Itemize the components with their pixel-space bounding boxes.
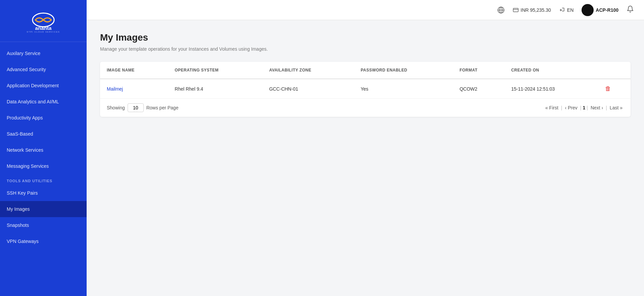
cell-created-on: 15-11-2024 12:51:03 bbox=[504, 79, 598, 98]
col-created-on: CREATED ON bbox=[504, 62, 598, 79]
sep-2: | bbox=[580, 105, 582, 110]
sidebar-item-network-services[interactable]: Network Services bbox=[0, 142, 87, 158]
next-page-button[interactable]: Next › bbox=[589, 104, 604, 111]
page-title: My Images bbox=[100, 32, 631, 43]
cell-password-enabled: Yes bbox=[354, 79, 453, 98]
cell-format: QCOW2 bbox=[453, 79, 505, 98]
sidebar-nav-section-1: Auxilary Service Advanced Security Appli… bbox=[0, 45, 87, 174]
page-content: My Images Manage your template operation… bbox=[87, 20, 644, 296]
user-profile[interactable]: ACP-R100 bbox=[582, 4, 618, 16]
sidebar-item-productivity-apps[interactable]: Productivity Apps bbox=[0, 110, 87, 126]
pagination-controls: « First | ‹ Prev | 1 | Next › | Last » bbox=[544, 104, 624, 111]
current-page: 1 bbox=[583, 105, 585, 110]
header: INR 95,235.30 EN ACP-R100 bbox=[87, 0, 644, 20]
tools-section-label: TOOLS AND UTILITIES bbox=[0, 174, 87, 185]
last-page-button[interactable]: Last » bbox=[608, 104, 624, 111]
first-page-button[interactable]: « First bbox=[544, 104, 560, 111]
rows-per-page-label: Rows per Page bbox=[146, 105, 179, 110]
rows-per-page-control: Showing Rows per Page bbox=[107, 103, 178, 112]
sidebar-logo: ananta STPI CLOUD SERVICES bbox=[0, 0, 87, 42]
sep-3: | bbox=[587, 105, 588, 110]
images-table-card: IMAGE NAME OPERATING SYSTEM AVAILABILITY… bbox=[100, 62, 631, 117]
svg-text:ananta: ananta bbox=[35, 25, 52, 31]
table-footer: Showing Rows per Page « First | ‹ Prev |… bbox=[100, 98, 631, 117]
globe-icon-button[interactable] bbox=[497, 6, 505, 14]
sep-1: | bbox=[561, 105, 562, 110]
sidebar-item-my-images[interactable]: My Images bbox=[0, 201, 87, 217]
sidebar-item-messaging-services[interactable]: Messaging Services bbox=[0, 158, 87, 174]
sidebar-item-advanced-security[interactable]: Advanced Security bbox=[0, 61, 87, 78]
svg-text:STPI CLOUD SERVICES: STPI CLOUD SERVICES bbox=[27, 31, 60, 33]
balance-display: INR 95,235.30 bbox=[513, 7, 551, 13]
table-row: Mailmej Rhel Rhel 9.4 GCC-CHN-01 Yes QCO… bbox=[100, 79, 631, 98]
delete-button[interactable]: 🗑 bbox=[605, 85, 611, 92]
sidebar-item-data-analytics[interactable]: Data Analytics and AI/ML bbox=[0, 94, 87, 110]
cell-actions: 🗑 bbox=[598, 79, 631, 98]
balance-value: INR 95,235.30 bbox=[521, 7, 551, 13]
col-availability-zone: AVAILABILITY ZONE bbox=[263, 62, 354, 79]
sidebar-item-auxiliary-service[interactable]: Auxilary Service bbox=[0, 45, 87, 61]
sidebar-section-tools: TOOLS AND UTILITIES SSH Key Pairs My Ima… bbox=[0, 174, 87, 249]
cell-availability-zone: GCC-CHN-01 bbox=[263, 79, 354, 98]
cell-operating-system: Rhel Rhel 9.4 bbox=[168, 79, 262, 98]
rows-per-page-input[interactable] bbox=[128, 103, 144, 112]
sidebar: ananta STPI CLOUD SERVICES Auxilary Serv… bbox=[0, 0, 87, 296]
language-selector[interactable]: EN bbox=[559, 7, 573, 13]
sidebar-item-saas-based[interactable]: SaaS-Based bbox=[0, 126, 87, 142]
cell-image-name: Mailmej bbox=[100, 79, 168, 98]
sidebar-item-snapshots[interactable]: Snapshots bbox=[0, 217, 87, 233]
svg-rect-6 bbox=[513, 8, 518, 12]
avatar bbox=[582, 4, 594, 16]
main-content: INR 95,235.30 EN ACP-R100 My Images Mana… bbox=[87, 0, 644, 296]
notification-bell[interactable] bbox=[627, 5, 634, 14]
showing-label: Showing bbox=[107, 105, 125, 110]
image-name-link[interactable]: Mailmej bbox=[107, 86, 123, 92]
language-label: EN bbox=[567, 7, 573, 13]
images-table: IMAGE NAME OPERATING SYSTEM AVAILABILITY… bbox=[100, 62, 631, 98]
table-header-row: IMAGE NAME OPERATING SYSTEM AVAILABILITY… bbox=[100, 62, 631, 79]
col-operating-system: OPERATING SYSTEM bbox=[168, 62, 262, 79]
sidebar-item-vpn-gateways[interactable]: VPN Gateways bbox=[0, 233, 87, 249]
sidebar-item-ssh-key-pairs[interactable]: SSH Key Pairs bbox=[0, 185, 87, 201]
prev-page-button[interactable]: ‹ Prev bbox=[563, 104, 579, 111]
sidebar-item-application-development[interactable]: Application Development bbox=[0, 78, 87, 94]
page-subtitle: Manage your template operations for your… bbox=[100, 46, 631, 52]
username-label: ACP-R100 bbox=[596, 7, 618, 13]
col-password-enabled: PASSWORD ENABLED bbox=[354, 62, 453, 79]
sep-4: | bbox=[606, 105, 607, 110]
col-actions bbox=[598, 62, 631, 79]
col-image-name: IMAGE NAME bbox=[100, 62, 168, 79]
col-format: FORMAT bbox=[453, 62, 505, 79]
